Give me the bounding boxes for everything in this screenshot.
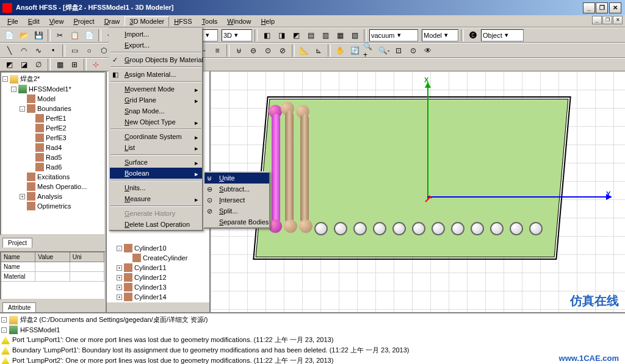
attribute-tab[interactable]: Attribute bbox=[2, 302, 36, 312]
menu-project[interactable]: Project bbox=[68, 16, 99, 26]
msg-warning[interactable]: Port 'LumpPort2': One or more port lines… bbox=[1, 355, 624, 364]
menu-import[interactable]: Import... bbox=[110, 29, 202, 40]
msg-root[interactable]: -焊盘2 (C:/Documents and Settings/gegedan/… bbox=[1, 315, 624, 325]
grid-icon[interactable]: ▦ bbox=[53, 58, 67, 71]
menu-separate-bodies[interactable]: Separate Bodies bbox=[204, 216, 269, 227]
rotate-icon[interactable]: 🔄 bbox=[348, 44, 361, 57]
arc-icon[interactable]: ◠ bbox=[17, 44, 31, 57]
rect-icon[interactable]: ▭ bbox=[68, 44, 81, 57]
prop-row[interactable]: Material bbox=[1, 272, 104, 282]
cylinder-body[interactable] bbox=[272, 114, 280, 224]
snap-icon[interactable]: ◪ bbox=[17, 58, 31, 71]
pad-circle[interactable] bbox=[490, 222, 504, 235]
expand-icon[interactable]: + bbox=[117, 265, 122, 271]
pad-circle[interactable] bbox=[412, 222, 425, 235]
tool-icon[interactable]: ▦ bbox=[333, 29, 347, 42]
menu-movement-mode[interactable]: Movement Mode▸ bbox=[110, 84, 202, 95]
zoom-icon[interactable]: ⊙ bbox=[406, 44, 420, 57]
cylinder-bottom[interactable] bbox=[269, 219, 282, 233]
tree-item[interactable]: Rad6 bbox=[2, 162, 103, 172]
prop-value[interactable] bbox=[35, 262, 70, 271]
tool-icon[interactable]: ▥ bbox=[319, 29, 332, 42]
menu-generate-history[interactable]: Generate History bbox=[110, 208, 202, 219]
cs-icon[interactable]: 🅒 bbox=[466, 29, 480, 42]
expand-icon[interactable]: - bbox=[2, 76, 8, 82]
copy-icon[interactable]: 📋 bbox=[68, 29, 81, 42]
tree-item[interactable]: -HFSSModel1* bbox=[2, 84, 103, 94]
tree-item[interactable]: Rad5 bbox=[2, 152, 103, 162]
menu-subtract[interactable]: ⊖Subtract... bbox=[204, 184, 269, 194]
cylinder-bottom[interactable] bbox=[284, 219, 297, 233]
pad-circle[interactable] bbox=[392, 222, 406, 235]
expand-icon[interactable]: + bbox=[117, 275, 122, 280]
mdi-restore-button[interactable]: ❐ bbox=[602, 16, 612, 24]
pad-circle[interactable] bbox=[432, 222, 445, 235]
mdi-minimize-button[interactable]: _ bbox=[592, 16, 602, 24]
col-value[interactable]: Value bbox=[35, 252, 70, 262]
expand-icon[interactable]: + bbox=[117, 294, 122, 300]
prop-value[interactable] bbox=[35, 272, 70, 281]
col-unit[interactable]: Uni bbox=[70, 252, 104, 262]
pad-circle[interactable] bbox=[451, 222, 464, 235]
split-icon[interactable]: ⊘ bbox=[276, 44, 289, 57]
menu-help[interactable]: Help bbox=[256, 16, 280, 26]
zoom-in-icon[interactable]: 🔍+ bbox=[363, 44, 376, 57]
subtract-icon[interactable]: ⊖ bbox=[247, 44, 260, 57]
col-name[interactable]: Name bbox=[1, 252, 35, 262]
material-combo[interactable]: vacuum▾ bbox=[369, 29, 418, 41]
project-tab[interactable]: Project bbox=[2, 238, 32, 248]
snap-icon[interactable]: ◩ bbox=[2, 58, 16, 71]
tool-icon[interactable]: ◨ bbox=[275, 29, 288, 42]
cylinder-body[interactable] bbox=[285, 111, 294, 224]
tree-item[interactable]: Model bbox=[2, 94, 103, 104]
prop-row[interactable]: Name bbox=[1, 262, 104, 272]
menu-window[interactable]: Window bbox=[222, 16, 256, 26]
pad-circle[interactable] bbox=[529, 222, 543, 235]
open-icon[interactable]: 📂 bbox=[17, 29, 31, 42]
fit-icon[interactable]: ⊡ bbox=[392, 44, 405, 57]
menu-hfss[interactable]: HFSS bbox=[169, 16, 197, 26]
menu-file[interactable]: File bbox=[2, 16, 23, 26]
expand-icon[interactable]: + bbox=[117, 285, 122, 290]
pad-circle[interactable] bbox=[510, 222, 523, 235]
menu-unite[interactable]: ⊎Unite bbox=[204, 173, 269, 184]
view-icon[interactable]: 👁 bbox=[421, 44, 435, 57]
new-icon[interactable]: 📄 bbox=[2, 29, 16, 42]
origin-icon[interactable]: ⊹ bbox=[89, 58, 103, 71]
menu-list[interactable]: List▸ bbox=[110, 142, 202, 153]
menu-edit[interactable]: Edit bbox=[23, 16, 45, 26]
cut-icon[interactable]: ✂ bbox=[53, 29, 67, 42]
tree-item[interactable]: Rad4 bbox=[2, 143, 103, 152]
menu-tools[interactable]: Tools bbox=[197, 16, 223, 26]
3d-viewport[interactable]: X Y bbox=[211, 71, 625, 312]
tree-item[interactable]: +Cylinder11 bbox=[108, 263, 208, 273]
circle-icon[interactable]: ○ bbox=[82, 44, 96, 57]
tree-item[interactable]: CreateCylinder bbox=[108, 253, 208, 263]
messages-panel[interactable]: -焊盘2 (C:/Documents and Settings/gegedan/… bbox=[0, 312, 625, 364]
msg-warning[interactable]: Port 'LumpPort1': One or more port lines… bbox=[1, 335, 624, 345]
pad-circle[interactable] bbox=[314, 222, 328, 235]
tree-item[interactable]: +Cylinder13 bbox=[108, 282, 208, 292]
tree-item[interactable]: Mesh Operatio... bbox=[2, 182, 103, 191]
cylinder-bottom[interactable] bbox=[299, 219, 312, 233]
menu-view[interactable]: View bbox=[45, 16, 69, 26]
zoom-out-icon[interactable]: 🔍- bbox=[377, 44, 391, 57]
paste-icon[interactable]: 📄 bbox=[82, 29, 96, 42]
menu-surface[interactable]: Surface▸ bbox=[110, 157, 202, 168]
expand-icon[interactable]: + bbox=[20, 194, 25, 199]
pad-circle[interactable] bbox=[334, 222, 347, 235]
expand-icon[interactable]: - bbox=[20, 106, 25, 112]
unite-icon[interactable]: ⊎ bbox=[232, 44, 245, 57]
msg-model[interactable]: -HFSSModel1 bbox=[1, 325, 624, 335]
menu-units[interactable]: Units... bbox=[110, 182, 202, 193]
tree-item[interactable]: Excitations bbox=[2, 172, 103, 182]
menu-new-object-type[interactable]: New Object Type▸ bbox=[110, 116, 202, 127]
menu-split[interactable]: ⊘Split... bbox=[204, 205, 269, 216]
tree-item[interactable]: -焊盘2* bbox=[2, 74, 103, 84]
project-tree[interactable]: -焊盘2*-HFSSModel1*Model-BoundariesPerfE1P… bbox=[0, 71, 106, 235]
mdi-close-button[interactable]: ✕ bbox=[613, 16, 623, 24]
close-button[interactable]: ✕ bbox=[609, 2, 621, 13]
menu-3d-modeler[interactable]: 3D Modeler bbox=[125, 16, 169, 26]
maximize-button[interactable]: ❐ bbox=[596, 2, 608, 13]
pad-circle[interactable] bbox=[471, 222, 484, 235]
